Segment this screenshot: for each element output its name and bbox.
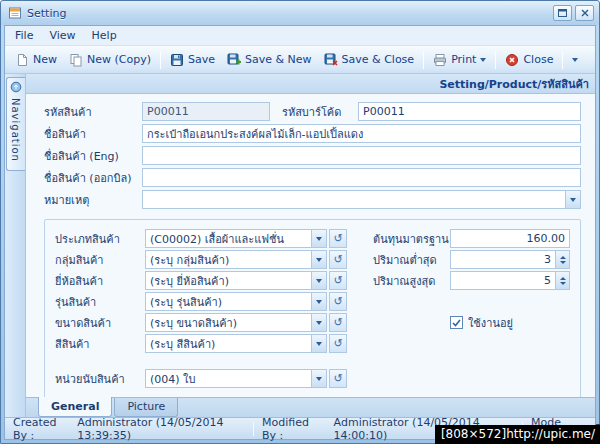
color-combo[interactable]: (ระบุ สีสินค้า) — [145, 334, 327, 353]
color-dropdown-button[interactable] — [312, 334, 327, 353]
category-dropdown-button[interactable] — [312, 229, 327, 248]
model-value: (ระบุ รุ่นสินค้า) — [145, 292, 312, 311]
product-name-eng-input[interactable] — [142, 146, 581, 165]
print-button[interactable]: Print — [427, 50, 492, 70]
app-icon — [8, 6, 22, 20]
refresh-icon: ↺ — [333, 233, 342, 244]
model-refresh-button[interactable]: ↺ — [329, 292, 347, 311]
toolbar-separator — [562, 51, 563, 69]
active-checkbox[interactable] — [450, 316, 463, 329]
size-refresh-button[interactable]: ↺ — [329, 313, 347, 332]
min-qty-spin-buttons[interactable] — [556, 250, 570, 269]
max-qty-label: ปริมาณสูงสุด — [373, 272, 450, 290]
close-window-button[interactable] — [575, 5, 594, 21]
field-row: หมายเหตุ — [44, 190, 581, 209]
field-row: ยี่ห้อสินค้า (ระบุ ยี่ห้อสินค้า) ↺ — [55, 271, 347, 290]
refresh-icon: ↺ — [333, 275, 342, 286]
menu-file[interactable]: File — [7, 27, 41, 44]
groupbox-right-column: ต้นทุนมาตรฐาน 160.00 ปริมาณต่ำสุด 3 — [347, 229, 570, 390]
remark-combo[interactable] — [142, 190, 581, 209]
size-dropdown-button[interactable] — [312, 313, 327, 332]
toolbar-separator — [423, 51, 424, 69]
form-content: รหัสสินค้า P00011 รหัสบาร์โค้ด P00011 ชื… — [26, 94, 595, 397]
refresh-icon: ↺ — [333, 317, 342, 328]
window-body: Navigation Setting/Product/รหัสสินค้า รห… — [5, 74, 595, 417]
brand-label: ยี่ห้อสินค้า — [55, 272, 145, 290]
field-row: ปริมาณต่ำสุด 3 — [373, 250, 570, 269]
spin-down-icon — [560, 261, 566, 264]
product-code-label: รหัสสินค้า — [44, 103, 142, 121]
active-field: ใช้งานอยู่ — [450, 313, 570, 332]
main-panel: Setting/Product/รหัสสินค้า รหัสสินค้า P0… — [26, 74, 595, 417]
group-refresh-button[interactable]: ↺ — [329, 250, 347, 269]
color-value: (ระบุ สีสินค้า) — [145, 334, 312, 353]
min-qty-spinner[interactable]: 3 — [450, 250, 570, 269]
category-value: (C00002) เสื้อผ้าและแฟชั่น — [145, 229, 312, 248]
tab-picture[interactable]: Picture — [114, 398, 178, 417]
toolbar-overflow-button[interactable] — [566, 55, 584, 65]
size-value: (ระบุ ขนาดสินค้า) — [145, 313, 312, 332]
modified-by-label: Modified By : — [262, 416, 326, 442]
restore-button[interactable] — [553, 5, 572, 21]
save-and-new-button[interactable]: Save & New — [221, 50, 318, 70]
tab-general[interactable]: General — [38, 397, 112, 417]
created-by-group: Created By : Administrator (14/05/2014 1… — [13, 416, 245, 442]
standard-cost-input[interactable]: 160.00 — [450, 229, 570, 248]
max-qty-spin-buttons[interactable] — [556, 271, 570, 290]
unit-refresh-button[interactable]: ↺ — [329, 369, 347, 388]
toolbar-separator — [495, 51, 496, 69]
product-name-bill-label: ชื่อสินค้า (ออกบิล) — [44, 169, 142, 187]
save-button[interactable]: Save — [164, 50, 221, 70]
category-combo[interactable]: (C00002) เสื้อผ้าและแฟชั่น — [145, 229, 327, 248]
max-qty-spinner[interactable]: 5 — [450, 271, 570, 290]
refresh-icon: ↺ — [333, 296, 342, 307]
brand-refresh-button[interactable]: ↺ — [329, 271, 347, 290]
field-row: ชื่อสินค้า (ออกบิล) — [44, 168, 581, 187]
chevron-down-icon — [316, 342, 322, 346]
model-combo[interactable]: (ระบุ รุ่นสินค้า) — [145, 292, 327, 311]
field-row: ชื่อสินค้า กระเป๋าถือเอนกประสงค์ผลไม้เล็… — [44, 124, 581, 143]
refresh-icon: ↺ — [333, 373, 342, 384]
menu-help[interactable]: Help — [84, 27, 125, 44]
title-bar[interactable]: Setting — [1, 1, 599, 25]
chevron-down-icon — [570, 198, 576, 202]
new-copy-button[interactable]: New (Copy) — [63, 50, 157, 70]
unit-dropdown-button[interactable] — [312, 369, 327, 388]
field-row: ประเภทสินค้า (C00002) เสื้อผ้าและแฟชั่น … — [55, 229, 347, 248]
navigation-tab[interactable]: Navigation — [6, 77, 25, 171]
remark-dropdown-button[interactable] — [566, 190, 581, 209]
brand-dropdown-button[interactable] — [312, 271, 327, 290]
close-button[interactable]: Close — [499, 50, 559, 70]
menu-view[interactable]: View — [41, 27, 83, 44]
barcode-input[interactable]: P00011 — [358, 102, 581, 121]
category-refresh-button[interactable]: ↺ — [329, 229, 347, 248]
group-dropdown-button[interactable] — [312, 250, 327, 269]
product-name-bill-input[interactable] — [142, 168, 581, 187]
breadcrumb: Setting/Product/รหัสสินค้า — [439, 75, 589, 93]
model-dropdown-button[interactable] — [312, 292, 327, 311]
size-combo[interactable]: (ระบุ ขนาดสินค้า) — [145, 313, 327, 332]
save-and-close-button-label: Save & Close — [342, 53, 415, 66]
unit-label: หน่วยนับสินค้า — [55, 370, 145, 388]
remark-value — [142, 190, 566, 209]
copy-icon — [69, 53, 83, 67]
chevron-down-icon — [316, 300, 322, 304]
group-combo[interactable]: (ระบุ กลุ่มสินค้า) — [145, 250, 327, 269]
statusbar-separator — [253, 422, 254, 436]
groupbox-left-column: ประเภทสินค้า (C00002) เสื้อผ้าและแฟชั่น … — [55, 229, 347, 390]
new-page-icon — [15, 53, 29, 67]
color-refresh-button[interactable]: ↺ — [329, 334, 347, 353]
field-row: สีสินค้า (ระบุ สีสินค้า) ↺ — [55, 334, 347, 353]
print-icon — [433, 53, 447, 67]
save-and-close-button[interactable]: Save & Close — [318, 50, 421, 70]
product-name-input[interactable]: กระเป๋าถือเอนกประสงค์ผลไม้เล็ก-แอปเปิ้ลแ… — [142, 124, 581, 143]
spin-down-icon — [560, 282, 566, 285]
new-button[interactable]: New — [9, 50, 63, 70]
unit-value: (004) ใบ — [145, 369, 312, 388]
group-label: กลุ่มสินค้า — [55, 251, 145, 269]
setting-window: Setting File View Help New New (Copy) — [0, 0, 600, 444]
product-code-input[interactable]: P00011 — [142, 102, 270, 121]
brand-combo[interactable]: (ระบุ ยี่ห้อสินค้า) — [145, 271, 327, 290]
toolbar-separator — [160, 51, 161, 69]
unit-combo[interactable]: (004) ใบ — [145, 369, 327, 388]
